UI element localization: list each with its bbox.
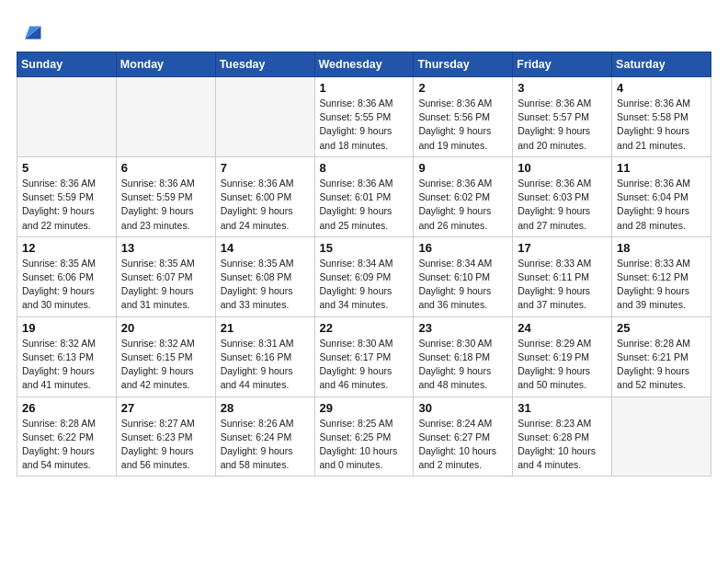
col-header-saturday: Saturday	[612, 52, 711, 77]
calendar-cell: 30Sunrise: 8:24 AM Sunset: 6:27 PM Dayli…	[414, 396, 513, 477]
day-number: 4	[617, 81, 706, 95]
day-info: Sunrise: 8:34 AM Sunset: 6:10 PM Dayligh…	[418, 257, 507, 313]
day-number: 26	[22, 401, 111, 415]
day-number: 20	[121, 321, 210, 335]
day-number: 28	[221, 401, 310, 415]
day-number: 6	[121, 161, 210, 175]
day-number: 10	[518, 161, 607, 175]
logo-icon	[18, 17, 44, 42]
day-number: 21	[221, 321, 310, 335]
calendar-cell: 21Sunrise: 8:31 AM Sunset: 6:16 PM Dayli…	[215, 316, 314, 396]
day-info: Sunrise: 8:34 AM Sunset: 6:09 PM Dayligh…	[320, 257, 409, 313]
calendar-cell: 29Sunrise: 8:25 AM Sunset: 6:25 PM Dayli…	[314, 396, 414, 477]
day-number: 27	[121, 401, 210, 415]
calendar-cell: 8Sunrise: 8:36 AM Sunset: 6:01 PM Daylig…	[314, 156, 414, 236]
day-info: Sunrise: 8:28 AM Sunset: 6:21 PM Dayligh…	[617, 337, 706, 393]
day-info: Sunrise: 8:28 AM Sunset: 6:22 PM Dayligh…	[22, 417, 111, 473]
day-number: 25	[617, 321, 706, 335]
calendar-cell: 18Sunrise: 8:33 AM Sunset: 6:12 PM Dayli…	[612, 236, 711, 316]
week-row-4: 26Sunrise: 8:28 AM Sunset: 6:22 PM Dayli…	[17, 396, 711, 477]
calendar-cell: 16Sunrise: 8:34 AM Sunset: 6:10 PM Dayli…	[414, 236, 513, 316]
day-info: Sunrise: 8:30 AM Sunset: 6:17 PM Dayligh…	[320, 337, 409, 393]
page: SundayMondayTuesdayWednesdayThursdayFrid…	[0, 0, 728, 488]
calendar-cell: 27Sunrise: 8:27 AM Sunset: 6:23 PM Dayli…	[116, 396, 215, 477]
day-info: Sunrise: 8:26 AM Sunset: 6:24 PM Dayligh…	[221, 417, 310, 473]
calendar-cell: 2Sunrise: 8:36 AM Sunset: 5:56 PM Daylig…	[414, 77, 513, 157]
week-row-3: 19Sunrise: 8:32 AM Sunset: 6:13 PM Dayli…	[17, 316, 711, 396]
day-number: 14	[221, 241, 310, 255]
calendar-cell: 15Sunrise: 8:34 AM Sunset: 6:09 PM Dayli…	[314, 236, 414, 316]
day-info: Sunrise: 8:30 AM Sunset: 6:18 PM Dayligh…	[418, 337, 507, 393]
col-header-monday: Monday	[116, 52, 215, 77]
day-info: Sunrise: 8:33 AM Sunset: 6:12 PM Dayligh…	[617, 257, 706, 313]
calendar-cell: 6Sunrise: 8:36 AM Sunset: 5:59 PM Daylig…	[116, 156, 215, 236]
day-number: 17	[518, 241, 607, 255]
day-info: Sunrise: 8:31 AM Sunset: 6:16 PM Dayligh…	[221, 337, 310, 393]
calendar-cell: 9Sunrise: 8:36 AM Sunset: 6:02 PM Daylig…	[414, 156, 513, 236]
calendar-cell: 14Sunrise: 8:35 AM Sunset: 6:08 PM Dayli…	[215, 236, 314, 316]
day-number: 30	[418, 401, 507, 415]
calendar-cell: 11Sunrise: 8:36 AM Sunset: 6:04 PM Dayli…	[612, 156, 711, 236]
day-info: Sunrise: 8:29 AM Sunset: 6:19 PM Dayligh…	[518, 337, 607, 393]
col-header-friday: Friday	[513, 52, 612, 77]
day-info: Sunrise: 8:35 AM Sunset: 6:06 PM Dayligh…	[22, 257, 111, 313]
day-info: Sunrise: 8:36 AM Sunset: 5:55 PM Dayligh…	[320, 97, 409, 153]
calendar-header-row: SundayMondayTuesdayWednesdayThursdayFrid…	[17, 52, 711, 77]
calendar-cell: 13Sunrise: 8:35 AM Sunset: 6:07 PM Dayli…	[116, 236, 215, 316]
col-header-tuesday: Tuesday	[215, 52, 314, 77]
day-number: 13	[121, 241, 210, 255]
day-info: Sunrise: 8:32 AM Sunset: 6:13 PM Dayligh…	[22, 337, 111, 393]
logo	[17, 17, 44, 42]
day-info: Sunrise: 8:36 AM Sunset: 6:01 PM Dayligh…	[320, 177, 409, 233]
calendar-cell: 22Sunrise: 8:30 AM Sunset: 6:17 PM Dayli…	[314, 316, 414, 396]
day-number: 2	[418, 81, 507, 95]
calendar-cell: 25Sunrise: 8:28 AM Sunset: 6:21 PM Dayli…	[612, 316, 711, 396]
calendar-cell	[215, 77, 314, 157]
day-info: Sunrise: 8:36 AM Sunset: 6:02 PM Dayligh…	[418, 177, 507, 233]
day-info: Sunrise: 8:36 AM Sunset: 5:56 PM Dayligh…	[418, 97, 507, 153]
day-info: Sunrise: 8:35 AM Sunset: 6:08 PM Dayligh…	[221, 257, 310, 313]
day-number: 11	[617, 161, 706, 175]
week-row-0: 1Sunrise: 8:36 AM Sunset: 5:55 PM Daylig…	[17, 77, 711, 157]
calendar-cell	[116, 77, 215, 157]
day-info: Sunrise: 8:24 AM Sunset: 6:27 PM Dayligh…	[418, 417, 507, 473]
col-header-sunday: Sunday	[17, 52, 117, 77]
day-number: 8	[320, 161, 409, 175]
day-number: 19	[22, 321, 111, 335]
week-row-2: 12Sunrise: 8:35 AM Sunset: 6:06 PM Dayli…	[17, 236, 711, 316]
calendar-cell: 5Sunrise: 8:36 AM Sunset: 5:59 PM Daylig…	[17, 156, 117, 236]
calendar-cell: 7Sunrise: 8:36 AM Sunset: 6:00 PM Daylig…	[215, 156, 314, 236]
day-number: 18	[617, 241, 706, 255]
calendar-cell: 17Sunrise: 8:33 AM Sunset: 6:11 PM Dayli…	[513, 236, 612, 316]
day-info: Sunrise: 8:36 AM Sunset: 5:58 PM Dayligh…	[617, 97, 706, 153]
day-info: Sunrise: 8:36 AM Sunset: 5:59 PM Dayligh…	[121, 177, 210, 233]
day-number: 22	[320, 321, 409, 335]
day-info: Sunrise: 8:33 AM Sunset: 6:11 PM Dayligh…	[518, 257, 607, 313]
day-number: 9	[418, 161, 507, 175]
col-header-thursday: Thursday	[414, 52, 513, 77]
day-number: 16	[418, 241, 507, 255]
calendar-cell: 12Sunrise: 8:35 AM Sunset: 6:06 PM Dayli…	[17, 236, 117, 316]
calendar-table: SundayMondayTuesdayWednesdayThursdayFrid…	[17, 52, 711, 477]
day-info: Sunrise: 8:36 AM Sunset: 6:03 PM Dayligh…	[518, 177, 607, 233]
calendar-cell: 20Sunrise: 8:32 AM Sunset: 6:15 PM Dayli…	[116, 316, 215, 396]
day-number: 24	[518, 321, 607, 335]
calendar-cell: 31Sunrise: 8:23 AM Sunset: 6:28 PM Dayli…	[513, 396, 612, 477]
day-number: 1	[320, 81, 409, 95]
day-info: Sunrise: 8:35 AM Sunset: 6:07 PM Dayligh…	[121, 257, 210, 313]
calendar-cell: 19Sunrise: 8:32 AM Sunset: 6:13 PM Dayli…	[17, 316, 117, 396]
calendar-cell: 1Sunrise: 8:36 AM Sunset: 5:55 PM Daylig…	[314, 77, 414, 157]
day-number: 12	[22, 241, 111, 255]
day-info: Sunrise: 8:27 AM Sunset: 6:23 PM Dayligh…	[121, 417, 210, 473]
header	[17, 17, 711, 42]
day-number: 3	[518, 81, 607, 95]
day-info: Sunrise: 8:36 AM Sunset: 6:00 PM Dayligh…	[221, 177, 310, 233]
day-info: Sunrise: 8:36 AM Sunset: 5:57 PM Dayligh…	[518, 97, 607, 153]
day-number: 23	[418, 321, 507, 335]
day-info: Sunrise: 8:36 AM Sunset: 5:59 PM Dayligh…	[22, 177, 111, 233]
day-number: 31	[518, 401, 607, 415]
calendar-cell: 4Sunrise: 8:36 AM Sunset: 5:58 PM Daylig…	[612, 77, 711, 157]
calendar-cell	[612, 396, 711, 477]
week-row-1: 5Sunrise: 8:36 AM Sunset: 5:59 PM Daylig…	[17, 156, 711, 236]
day-info: Sunrise: 8:32 AM Sunset: 6:15 PM Dayligh…	[121, 337, 210, 393]
